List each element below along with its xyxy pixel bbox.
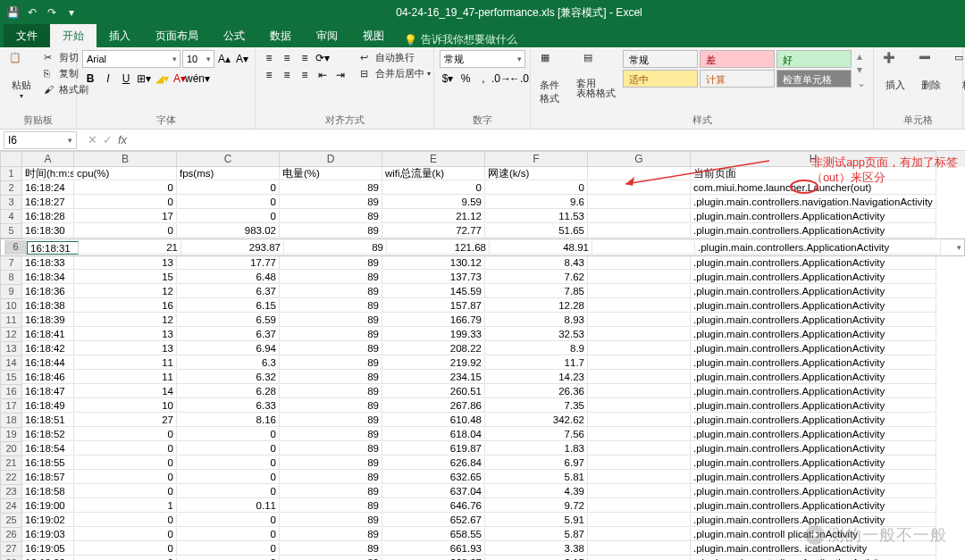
cell[interactable]: [588, 399, 691, 413]
cell[interactable]: 89: [280, 328, 382, 341]
cell[interactable]: 145.59: [382, 285, 485, 298]
cell[interactable]: 199.33: [382, 328, 485, 341]
row-header[interactable]: 20: [0, 442, 22, 456]
cell[interactable]: 11.7: [485, 356, 588, 370]
cell[interactable]: 6.37: [177, 285, 280, 298]
row-header[interactable]: 27: [0, 542, 22, 556]
cell[interactable]: .plugin.main.controllers.ApplicationActi…: [691, 285, 936, 298]
cell[interactable]: .plugin.main.controllers.ApplicationActi…: [691, 399, 936, 413]
italic-button[interactable]: I: [100, 71, 116, 87]
cell[interactable]: .plugin.main.controllers.ApplicationActi…: [691, 256, 936, 270]
comma-icon[interactable]: ,: [475, 71, 491, 87]
cell[interactable]: 16:19:03: [22, 528, 74, 541]
cell[interactable]: 16:18:57: [22, 471, 74, 484]
cell[interactable]: 6.15: [177, 299, 280, 313]
cell[interactable]: 13: [74, 342, 177, 355]
cell[interactable]: 16: [74, 299, 177, 313]
cell[interactable]: 89: [280, 556, 382, 560]
name-box[interactable]: I6: [4, 131, 77, 149]
cell[interactable]: 16:18:47: [22, 385, 74, 398]
row-header[interactable]: 4: [0, 210, 22, 224]
cell[interactable]: [588, 542, 691, 556]
underline-button[interactable]: U: [118, 71, 134, 87]
cell[interactable]: 293.87: [181, 241, 284, 255]
col-header[interactable]: A: [22, 151, 74, 167]
row-header[interactable]: 9: [0, 285, 22, 299]
fill-color-button[interactable]: ◢▾: [154, 71, 170, 87]
cell[interactable]: .plugin.main.controllers.ApplicationActi…: [691, 210, 936, 223]
cell[interactable]: 16:18:49: [22, 399, 74, 413]
cell[interactable]: 632.65: [382, 471, 485, 484]
cell[interactable]: [588, 556, 691, 560]
cell[interactable]: 3.38: [485, 542, 588, 556]
cell[interactable]: [588, 442, 691, 456]
cell[interactable]: 234.15: [382, 371, 485, 384]
cancel-icon[interactable]: ✕: [88, 133, 97, 146]
col-header[interactable]: D: [280, 151, 382, 167]
style-more-icon[interactable]: ⌄: [857, 77, 866, 89]
cell[interactable]: 16:19:05: [22, 542, 74, 556]
cell[interactable]: 5.81: [485, 471, 588, 484]
cell[interactable]: [588, 428, 691, 441]
cell[interactable]: .plugin.main.controllers.ApplicationActi…: [691, 271, 936, 284]
cell[interactable]: fps(ms): [177, 167, 280, 180]
cell[interactable]: 9.59: [382, 196, 485, 209]
cell[interactable]: 637.04: [382, 485, 485, 498]
style-check[interactable]: 检查单元格: [776, 70, 852, 88]
cell[interactable]: 89: [280, 356, 382, 370]
cell[interactable]: 26.36: [485, 385, 588, 398]
align-left-icon[interactable]: ≡: [261, 67, 277, 83]
row-header[interactable]: 7: [0, 256, 22, 271]
cell[interactable]: [588, 210, 691, 223]
align-middle-icon[interactable]: ≡: [279, 50, 295, 66]
row-header[interactable]: 10: [0, 299, 22, 313]
cell[interactable]: 9.72: [485, 499, 588, 513]
cell[interactable]: 6.48: [177, 271, 280, 284]
cell[interactable]: 48.91: [490, 241, 592, 255]
format-cells-button[interactable]: ▭格: [951, 50, 965, 94]
cell[interactable]: 0: [177, 196, 280, 209]
cell[interactable]: 16:18:28: [22, 210, 74, 223]
cell[interactable]: 16:18:27: [22, 196, 74, 209]
cell[interactable]: 8.43: [485, 256, 588, 270]
tab-formula[interactable]: 公式: [211, 24, 257, 47]
cell[interactable]: 89: [280, 499, 382, 513]
cell[interactable]: [588, 256, 691, 270]
cell[interactable]: 89: [280, 471, 382, 484]
cell[interactable]: .plugin.main.controllers.ApplicationActi…: [691, 224, 936, 238]
cell[interactable]: 6.37: [177, 328, 280, 341]
cell[interactable]: 89: [280, 299, 382, 313]
cell[interactable]: 0: [177, 442, 280, 456]
cell[interactable]: [588, 285, 691, 298]
cell[interactable]: 当前页面: [691, 167, 936, 180]
cell[interactable]: .plugin.main.controllers.ApplicationActi…: [691, 385, 936, 398]
cell[interactable]: 51.65: [485, 224, 588, 238]
cell[interactable]: 17.77: [177, 256, 280, 270]
row-header[interactable]: 24: [0, 499, 22, 514]
cell[interactable]: 16:19:00: [22, 499, 74, 513]
cell[interactable]: 618.04: [382, 428, 485, 441]
row-header[interactable]: 16: [0, 385, 22, 399]
cell[interactable]: 16:18:31: [27, 241, 79, 255]
cell[interactable]: 6.33: [177, 399, 280, 413]
col-header[interactable]: C: [177, 151, 280, 167]
cell[interactable]: [588, 499, 691, 513]
col-header[interactable]: H: [691, 151, 936, 167]
cell[interactable]: 668.07: [382, 556, 485, 560]
cell[interactable]: 12: [74, 313, 177, 327]
redo-icon[interactable]: ↷: [45, 5, 59, 20]
cell[interactable]: 0: [177, 514, 280, 527]
cell[interactable]: 16:18:41: [22, 328, 74, 341]
row-header[interactable]: 2: [0, 181, 22, 196]
cell[interactable]: 0: [74, 442, 177, 456]
cell[interactable]: 12: [74, 285, 177, 298]
row-header[interactable]: 3: [0, 196, 22, 210]
cell[interactable]: .plugin.main.controllers.ApplicationActi…: [691, 471, 936, 484]
cell[interactable]: .plugin.main.controllers.navigation.Navi…: [691, 196, 936, 209]
col-header[interactable]: E: [382, 151, 485, 167]
cell[interactable]: 1.83: [485, 442, 588, 456]
dec-decimal-icon[interactable]: ←.0: [511, 71, 527, 87]
cell[interactable]: 6.15: [485, 556, 588, 560]
cell[interactable]: 0: [177, 181, 280, 195]
select-all-button[interactable]: [0, 151, 22, 167]
